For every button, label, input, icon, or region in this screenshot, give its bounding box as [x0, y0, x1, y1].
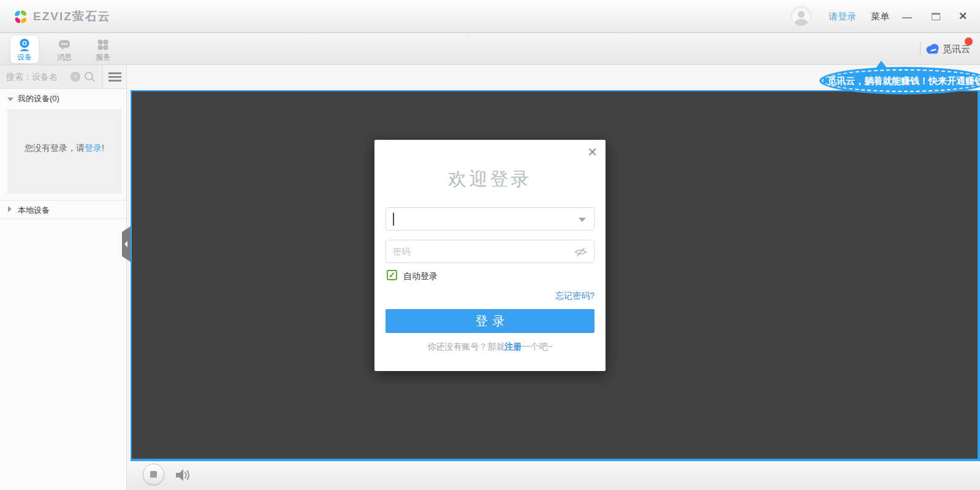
ezviz-logo-icon — [12, 9, 29, 25]
notice-prefix: 您没有登录，请 — [25, 143, 85, 153]
close-button[interactable]: ✕ — [954, 0, 972, 33]
dropdown-arrow-icon[interactable] — [579, 218, 586, 222]
message-icon — [57, 37, 72, 52]
login-notice-text: 您没有登录，请登录! — [7, 143, 121, 154]
tab-message-label: 消息 — [50, 52, 78, 63]
webcam-icon — [17, 37, 32, 52]
auto-login-checkbox[interactable]: ✓ — [387, 270, 397, 280]
toolbar: 设备 消息 服务 — [0, 33, 980, 65]
notice-login-link[interactable]: 登录 — [85, 143, 102, 153]
register-prefix: 你还没有账号？那就 — [427, 342, 504, 351]
auto-login-label: 自动登录 — [403, 271, 438, 282]
tab-device-label: 设备 — [10, 52, 39, 63]
arrow-left-icon — [124, 241, 127, 247]
minimize-button[interactable] — [898, 0, 916, 33]
password-input[interactable] — [386, 240, 594, 262]
stop-button[interactable] — [143, 464, 164, 485]
local-devices-header[interactable]: 本地设备 — [0, 200, 126, 219]
app-logo-text: EZVIZ萤石云 — [33, 0, 111, 33]
sidebar-collapse-handle[interactable] — [122, 226, 131, 262]
forgot-password-link[interactable]: 忘记密码? — [555, 291, 594, 302]
maximize-button[interactable] — [927, 0, 945, 33]
register-row: 你还没有账号？那就注册一个吧~ — [374, 342, 606, 353]
password-field[interactable] — [386, 240, 594, 263]
login-notice-panel: 您没有登录，请登录! — [7, 109, 121, 194]
sidebar: ✕ 我的设备(0) 您没有登录，请登录! 本地设备 — [0, 65, 127, 490]
toolbar-divider — [920, 41, 921, 56]
avatar-head-shape — [798, 11, 805, 18]
clear-search-icon[interactable]: ✕ — [70, 72, 80, 82]
login-dialog: ✕ 欢迎登录 ✓ 自动登录 忘记密码? 登录 你还没有账号？那就注册一个吧~ — [374, 140, 606, 371]
search-icon[interactable] — [84, 71, 96, 83]
tab-service-label: 服务 — [89, 52, 117, 63]
app-window: EZVIZ萤石云 请登录 菜单 ✕ 设备 — [0, 0, 980, 490]
local-devices-label: 本地设备 — [18, 201, 50, 220]
username-field[interactable] — [386, 207, 594, 231]
volume-button[interactable] — [175, 468, 192, 483]
menu-button[interactable]: 菜单 — [871, 0, 889, 33]
promo-bubble: 觅讯云，躺着就能赚钱！快来开通赚钱！ — [819, 67, 980, 94]
dialog-title: 欢迎登录 — [374, 167, 606, 192]
username-input[interactable] — [386, 208, 594, 230]
list-menu-button[interactable] — [103, 65, 126, 88]
eye-slash-icon[interactable] — [574, 246, 588, 258]
dialog-close-icon[interactable]: ✕ — [587, 145, 598, 159]
stop-icon — [150, 471, 157, 478]
cloud-icon — [925, 42, 940, 55]
my-devices-header[interactable]: 我的设备(0) — [0, 90, 126, 108]
my-devices-label: 我的设备(0) — [18, 90, 59, 108]
tab-message[interactable]: 消息 — [50, 36, 78, 63]
tab-service[interactable]: 服务 — [89, 36, 117, 63]
search-input[interactable] — [6, 69, 67, 85]
chevron-right-icon — [8, 206, 12, 212]
notice-suffix: ! — [102, 143, 104, 153]
register-suffix: 一个吧~ — [522, 342, 552, 351]
avatar-body-shape — [795, 19, 808, 26]
notification-badge — [965, 37, 973, 45]
login-button[interactable]: 登录 — [386, 309, 594, 333]
maximize-icon — [932, 13, 940, 20]
avatar[interactable] — [791, 7, 811, 26]
titlebar: EZVIZ萤石云 请登录 菜单 ✕ — [0, 0, 980, 33]
titlebar-login-link[interactable]: 请登录 — [829, 0, 856, 33]
tab-device[interactable]: 设备 — [10, 36, 39, 63]
text-caret — [393, 213, 394, 226]
chevron-down-icon — [7, 98, 13, 101]
services-icon — [96, 37, 110, 52]
promo-bubble-text: 觅讯云，躺着就能赚钱！快来开通赚钱！ — [827, 67, 980, 94]
cloud-service-label: 觅讯云 — [943, 44, 970, 55]
search-bar: ✕ — [0, 65, 126, 89]
minimize-icon — [902, 17, 912, 18]
register-link[interactable]: 注册 — [504, 342, 522, 351]
playback-control-bar — [127, 461, 980, 490]
